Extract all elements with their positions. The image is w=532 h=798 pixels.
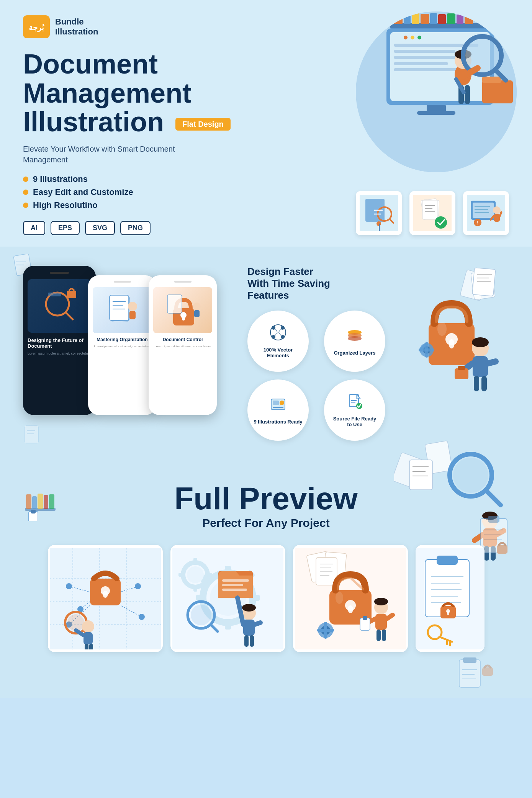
phone1-text: Lorem ipsum dolor sit amet, cor sectetue… (28, 351, 91, 356)
svg-rect-187 (89, 644, 93, 649)
small-preview-3: ! (463, 191, 509, 235)
phone3-text: Lorem ipsum dolor sit amet, cor sectetue… (153, 344, 212, 348)
svg-rect-22 (394, 68, 463, 71)
format-png: PNG (120, 221, 151, 235)
svg-point-59 (493, 206, 501, 214)
section-3: Full Preview Perfect For Any Project (0, 460, 532, 667)
svg-point-211 (242, 604, 256, 612)
feature-source: Source File Ready to Use (324, 379, 385, 441)
phone3-title: Document Control (153, 337, 212, 342)
preview-grid (23, 545, 509, 667)
svg-rect-55 (473, 203, 494, 218)
feature-label-3: 9 Illustrations Ready (254, 419, 302, 425)
bullet-dot-1 (23, 177, 28, 182)
svg-rect-123 (458, 366, 465, 370)
svg-line-242 (387, 615, 393, 619)
hero-illustration (325, 11, 517, 172)
svg-point-117 (472, 337, 489, 347)
svg-line-216 (255, 623, 260, 625)
header-subtitle: Elevate Your Workflow with Smart Documen… (23, 144, 184, 165)
small-preview-icons: ! (356, 191, 509, 235)
feature-illustrations: 9 Illustrations Ready (247, 379, 309, 441)
svg-rect-244 (363, 616, 367, 620)
features-grid: 100% Vector Elements Organized Layers (247, 311, 393, 441)
svg-rect-186 (85, 644, 88, 649)
format-ai: AI (23, 221, 45, 235)
svg-line-124 (488, 361, 496, 363)
brand-name: Bundle Illustration (55, 17, 98, 37)
svg-rect-25 (482, 80, 513, 103)
phone2-title: Mastering Organization (93, 337, 152, 342)
feature-label-2: Organized Layers (334, 350, 375, 356)
svg-rect-208 (222, 584, 243, 586)
phones-container: Designing the Future of Document Lorem i… (23, 266, 217, 415)
phone-white-1: Mastering Organization Lorem ipsum dolor… (88, 275, 156, 415)
svg-rect-67 (48, 293, 61, 296)
main-title: Document Management Illustration Flat De… (23, 50, 237, 137)
svg-rect-71 (110, 295, 129, 320)
svg-point-231 (336, 592, 343, 604)
flat-design-badge: Flat Design (175, 118, 231, 131)
preview-card-2 (170, 545, 285, 652)
svg-rect-79 (182, 315, 185, 321)
phone-dark: Designing the Future of Document Lorem i… (23, 266, 96, 415)
illustrations-icon (270, 396, 286, 416)
format-eps: EPS (51, 221, 80, 235)
svg-point-201 (187, 566, 204, 583)
svg-point-237 (374, 598, 388, 605)
svg-rect-60 (494, 214, 500, 222)
small-preview-2 (409, 191, 455, 235)
svg-point-15 (404, 36, 408, 39)
phone2-text: Lorem ipsum dolor sit amet, cor sectetue… (93, 344, 152, 348)
svg-rect-31 (465, 85, 470, 104)
svg-point-33 (465, 39, 499, 72)
svg-rect-202 (193, 558, 197, 563)
svg-text:بُرجة: بُرجة (29, 23, 44, 32)
header-section: بُرجة Bundle Illustration Document Manag… (0, 0, 532, 247)
svg-rect-213 (244, 635, 249, 647)
svg-point-52 (435, 216, 447, 229)
svg-line-66 (66, 312, 73, 319)
feature-vector: 100% Vector Elements (247, 311, 309, 372)
svg-rect-193 (225, 622, 231, 630)
svg-point-92 (348, 336, 362, 341)
svg-rect-120 (481, 376, 487, 391)
deco-docs-bottom (23, 424, 46, 448)
svg-point-81 (193, 303, 201, 310)
preview-card-1 (48, 545, 163, 652)
svg-rect-80 (167, 295, 182, 313)
phone-white-2: Document Control Lorem ipsum dolor sit a… (149, 275, 217, 415)
padlock-illustration (406, 262, 513, 407)
svg-rect-42 (379, 224, 380, 231)
layers-icon (346, 327, 363, 347)
svg-rect-235 (324, 622, 327, 639)
source-icon (346, 393, 363, 413)
svg-rect-8 (430, 13, 437, 24)
svg-rect-19 (394, 50, 455, 53)
svg-rect-48 (422, 200, 438, 219)
feature-layers: Organized Layers (324, 311, 385, 372)
perfect-subtitle: Perfect For Any Project (23, 517, 509, 530)
vector-icon (270, 324, 286, 344)
svg-rect-109 (449, 339, 454, 348)
svg-point-17 (417, 36, 421, 39)
svg-rect-207 (222, 579, 249, 582)
svg-point-16 (411, 36, 414, 39)
svg-rect-255 (447, 611, 449, 615)
svg-rect-118 (473, 356, 488, 377)
svg-rect-6 (412, 13, 419, 24)
svg-point-75 (128, 302, 137, 311)
svg-rect-128 (25, 426, 38, 443)
svg-rect-10 (447, 13, 455, 24)
svg-point-95 (280, 401, 284, 405)
bullet-dot-2 (23, 190, 28, 195)
svg-rect-240 (382, 630, 386, 641)
svg-rect-24 (417, 111, 455, 115)
brand-logo: بُرجة (23, 15, 50, 38)
hero-circle (356, 11, 517, 172)
footer-area (0, 667, 532, 698)
svg-rect-7 (421, 14, 429, 24)
svg-rect-204 (178, 573, 184, 577)
svg-rect-12 (465, 13, 473, 24)
preview-card-3 (293, 545, 408, 652)
